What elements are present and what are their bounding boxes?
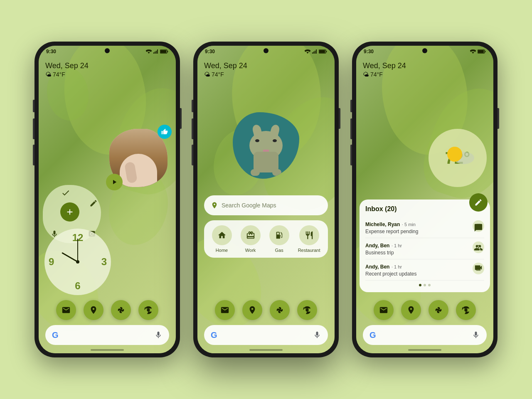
chat-icon-3	[474, 223, 483, 232]
quick-action-task[interactable]	[61, 188, 70, 199]
fan-icon-2	[275, 305, 284, 315]
inbox-subject-3: Recent project updates	[365, 271, 416, 277]
svg-rect-10	[315, 51, 315, 54]
gmail-icon-3	[379, 305, 388, 315]
inbox-sender-2: Andy, Ben	[365, 243, 389, 249]
google-logo-3: G	[369, 330, 376, 340]
home-icon-2	[217, 231, 227, 240]
fan-icon-1	[116, 305, 126, 315]
weather-row-1: 🌤 74°F	[45, 71, 89, 78]
cat-widget-2	[233, 112, 299, 179]
inbox-edit-button-3[interactable]	[469, 193, 488, 212]
bottom-dock-1	[39, 300, 176, 320]
maps-gas-2[interactable]: Gas	[269, 225, 289, 253]
search-mic-2[interactable]	[313, 331, 321, 339]
phone-1: 9:30 Wed, Sep 24 🌤 74°F	[34, 42, 180, 357]
wifi-icon-3	[470, 49, 476, 54]
bottom-dock-3	[356, 300, 493, 320]
photo-widget-1[interactable]	[109, 129, 167, 187]
play-button-1[interactable]	[106, 174, 123, 190]
date-widget-1: Wed, Sep 24 🌤 74°F	[45, 62, 89, 78]
task-icon	[61, 188, 70, 197]
weather-temp-3: 74°F	[370, 71, 383, 78]
svg-rect-18	[485, 51, 486, 52]
search-mic-3[interactable]	[472, 331, 480, 339]
side-chat-btn-3[interactable]	[471, 220, 486, 235]
like-button-1[interactable]	[158, 125, 172, 139]
dock-chrome-3[interactable]	[456, 300, 476, 320]
home-indicator-2	[249, 349, 283, 351]
add-button-1[interactable]	[60, 202, 79, 222]
cat-blob-2	[233, 112, 299, 179]
dock-gmail-3[interactable]	[374, 300, 394, 320]
home-icon-container-2	[212, 225, 232, 245]
svg-point-19	[464, 308, 467, 311]
phone-3: 9:30 Wed, Sep 24 🌤 74°F 72°	[352, 42, 498, 357]
inbox-sender-1: Michelle, Ryan	[365, 222, 400, 227]
home-indicator-3	[408, 349, 441, 351]
dock-fan-3[interactable]	[429, 300, 448, 320]
search-bar-1[interactable]: G	[45, 325, 169, 345]
camera-notch-2	[264, 48, 268, 53]
inbox-item-3[interactable]: Andy, Ben · 1 hr Recent project updates	[365, 259, 484, 281]
date-text-1: Wed, Sep 24	[45, 62, 89, 70]
svg-rect-14	[326, 51, 327, 52]
svg-rect-13	[319, 50, 325, 53]
maps-search-bar-2[interactable]: Search Google Maps	[204, 195, 328, 215]
dock-maps-1[interactable]	[84, 300, 103, 320]
side-contacts-btn-3[interactable]	[471, 240, 486, 255]
status-time-1: 9:30	[46, 49, 56, 54]
inbox-item-3-sender-row: Andy, Ben · 1 hr	[365, 263, 416, 270]
svg-rect-1	[155, 52, 155, 54]
gas-icon-container-2	[269, 225, 289, 245]
search-mic-1[interactable]	[154, 331, 163, 339]
inbox-time-1: · 5 min	[402, 222, 416, 227]
dock-fan-2[interactable]	[270, 300, 290, 320]
svg-rect-17	[478, 50, 484, 53]
inbox-item-2[interactable]: Andy, Ben · 1 hr Business trip	[365, 238, 484, 259]
page-dot-2	[424, 284, 426, 286]
chrome-icon-3	[461, 305, 470, 315]
work-label-2: Work	[245, 248, 256, 253]
inbox-item-2-sender-row: Andy, Ben · 1 hr	[365, 241, 402, 249]
quick-action-edit[interactable]	[89, 199, 98, 209]
dock-maps-3[interactable]	[401, 300, 421, 320]
side-video-btn-3[interactable]	[471, 260, 486, 275]
svg-point-15	[305, 308, 308, 311]
svg-rect-8	[312, 52, 313, 54]
battery-icon-1	[160, 49, 168, 54]
svg-rect-11	[316, 49, 317, 54]
status-time-3: 9:30	[364, 49, 374, 54]
weather-temp-2: 74°F	[212, 71, 224, 78]
status-icons-3	[470, 49, 486, 54]
restaurant-label-2: Restaurant	[298, 248, 320, 253]
phone-3-screen: 9:30 Wed, Sep 24 🌤 74°F 72°	[356, 46, 493, 353]
search-bar-3[interactable]: G	[363, 325, 487, 345]
dock-chrome-1[interactable]	[138, 300, 158, 320]
weather-row-2: 🌤 74°F	[204, 71, 247, 78]
maps-work-2[interactable]: Work	[241, 225, 261, 253]
signal-icon-1	[153, 49, 158, 54]
dock-maps-2[interactable]	[242, 300, 262, 320]
inbox-item-3-content: Andy, Ben · 1 hr Recent project updates	[365, 263, 416, 277]
maps-restaurant-2[interactable]: Restaurant	[298, 225, 320, 253]
clock-minute-hand	[77, 239, 78, 262]
date-text-2: Wed, Sep 24	[204, 62, 247, 70]
date-widget-2: Wed, Sep 24 🌤 74°F	[204, 62, 247, 78]
signal-icon-2	[312, 49, 317, 54]
weather-icon-3: 🌤	[363, 71, 369, 78]
inbox-item-2-content: Andy, Ben · 1 hr Business trip	[365, 241, 402, 256]
inbox-time-2: · 1 hr	[392, 243, 402, 248]
inbox-widget-3: Inbox (20) Michelle, Ryan · 5 min Expens…	[360, 200, 490, 292]
google-logo-2: G	[211, 330, 217, 340]
video-icon-3	[474, 263, 483, 272]
dock-chrome-2[interactable]	[297, 300, 317, 320]
dock-gmail-1[interactable]	[56, 300, 76, 320]
dock-gmail-2[interactable]	[215, 300, 235, 320]
svg-rect-2	[156, 51, 157, 54]
maps-home-2[interactable]: Home	[212, 225, 232, 253]
dock-fan-1[interactable]	[111, 300, 131, 320]
home-label-2: Home	[216, 248, 228, 253]
search-bar-2[interactable]: G	[204, 325, 328, 345]
inbox-item-1[interactable]: Michelle, Ryan · 5 min Expense report pe…	[365, 217, 484, 238]
